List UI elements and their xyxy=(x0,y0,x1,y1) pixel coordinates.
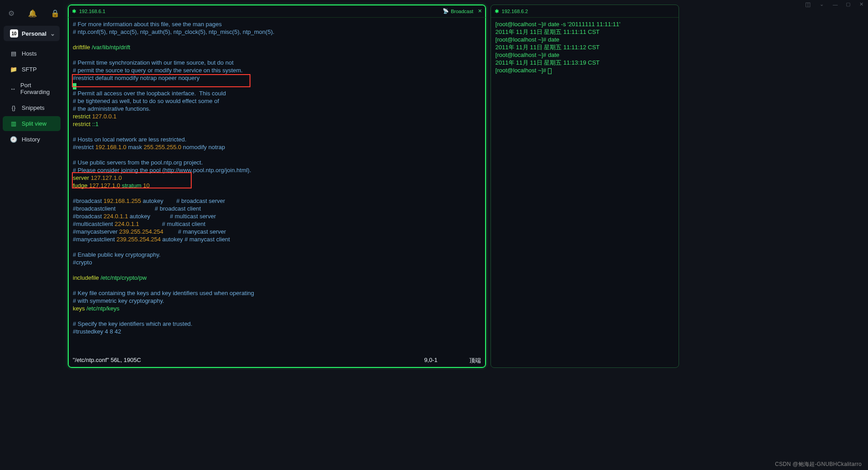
folder-icon: 📁 xyxy=(10,66,17,73)
code-icon: {} xyxy=(10,104,17,111)
tab-bar-right: ✱ 192.168.6.2 xyxy=(491,5,679,18)
sidebar-item-splitview[interactable]: ▥ Split view xyxy=(3,116,61,131)
hosts-icon: ▤ xyxy=(10,50,17,57)
sidebar-item-history[interactable]: 🕘 History xyxy=(3,132,61,147)
tab-host-label: 192.168.6.2 xyxy=(502,9,528,14)
sidebar-item-label: Hosts xyxy=(22,50,37,57)
terminal-pane-right[interactable]: ✱ 192.168.6.2 [root@localhost ~]# date -… xyxy=(491,5,679,368)
sidebar-item-label: History xyxy=(22,136,40,143)
close-tab-icon[interactable]: ✕ xyxy=(478,8,482,14)
tab-bar-left: ✱ 192.168.6.1 📡 Broadcast ✕ xyxy=(68,5,486,18)
tab-host-label: 192.168.6.1 xyxy=(79,9,105,14)
terminal-status-icon: ✱ xyxy=(495,8,499,14)
sidebar: ⚙ 🔔 🔒 10 Personal ⌄ ▤ Hosts 📁 SFTP ↔ xyxy=(0,0,63,370)
split-icon: ▥ xyxy=(10,120,17,127)
workspace-badge: 10 xyxy=(10,29,18,38)
status-file: "/etc/ntp.conf" 56L, 1905C xyxy=(73,357,141,365)
settings-icon[interactable]: ⚙ xyxy=(8,9,14,18)
terminal-pane-left[interactable]: ✱ 192.168.6.1 📡 Broadcast ✕ # For more i… xyxy=(68,5,486,368)
clock-icon: 🕘 xyxy=(10,136,17,143)
chevron-down-icon: ⌄ xyxy=(50,30,55,37)
workspace-label: Personal xyxy=(22,30,47,37)
broadcast-toggle[interactable]: 📡 Broadcast xyxy=(443,8,473,14)
panes-container: ✱ 192.168.6.1 📡 Broadcast ✕ # For more i… xyxy=(63,0,684,370)
status-cursor-pos: 9,0-1 xyxy=(424,357,438,365)
terminal-output-left[interactable]: # For more information about this file, … xyxy=(68,18,486,356)
tab-left[interactable]: ✱ 192.168.6.1 xyxy=(72,8,105,14)
terminal-output-right[interactable]: [root@localhost ~]# date -s '20111111 11… xyxy=(491,18,679,367)
sidebar-item-label: Split view xyxy=(22,120,47,127)
vim-status-line: "/etc/ntp.conf" 56L, 1905C 9,0-1 顶端 xyxy=(68,356,486,367)
status-scroll: 顶端 xyxy=(469,357,481,365)
terminal-status-icon: ✱ xyxy=(72,8,76,14)
sidebar-item-snippets[interactable]: {} Snippets xyxy=(3,100,61,115)
forward-icon: ↔ xyxy=(10,85,16,92)
sidebar-item-label: Port Forwarding xyxy=(20,82,53,95)
sidebar-item-sftp[interactable]: 📁 SFTP xyxy=(3,62,61,77)
sidebar-item-hosts[interactable]: ▤ Hosts xyxy=(3,46,61,61)
lock-icon[interactable]: 🔒 xyxy=(51,9,60,18)
tab-right[interactable]: ✱ 192.168.6.2 xyxy=(495,8,528,14)
sidebar-item-portfwd[interactable]: ↔ Port Forwarding xyxy=(3,78,61,99)
sidebar-item-label: Snippets xyxy=(22,104,45,111)
workspace-selector[interactable]: 10 Personal ⌄ xyxy=(4,26,60,41)
sidebar-item-label: SFTP xyxy=(22,66,37,73)
broadcast-icon: 📡 xyxy=(443,8,449,14)
bell-icon[interactable]: 🔔 xyxy=(28,9,37,18)
